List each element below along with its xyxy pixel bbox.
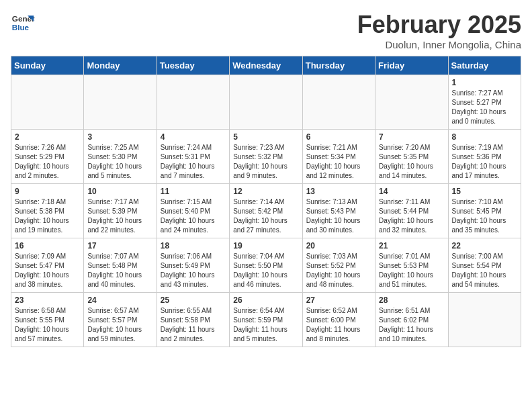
day-number: 15	[452, 187, 517, 196]
day-info: Sunrise: 7:03 AM Sunset: 5:52 PM Dayligh…	[306, 252, 371, 289]
day-info: Sunrise: 7:06 AM Sunset: 5:49 PM Dayligh…	[161, 252, 226, 289]
day-number: 1	[452, 78, 517, 87]
calendar-day-cell: 16Sunrise: 7:09 AM Sunset: 5:47 PM Dayli…	[11, 238, 84, 293]
calendar-day-cell	[230, 75, 302, 130]
day-number: 26	[233, 295, 298, 305]
day-number: 18	[161, 241, 226, 250]
day-info: Sunrise: 7:20 AM Sunset: 5:35 PM Dayligh…	[379, 143, 444, 181]
calendar-day-cell: 9Sunrise: 7:18 AM Sunset: 5:38 PM Daylig…	[11, 184, 84, 238]
calendar-day-cell: 13Sunrise: 7:13 AM Sunset: 5:43 PM Dayli…	[302, 184, 375, 238]
calendar-day-cell	[157, 75, 229, 130]
calendar-day-cell: 12Sunrise: 7:14 AM Sunset: 5:42 PM Dayli…	[230, 184, 302, 238]
day-info: Sunrise: 7:15 AM Sunset: 5:40 PM Dayligh…	[161, 197, 226, 235]
day-number: 17	[87, 241, 152, 250]
day-info: Sunrise: 6:54 AM Sunset: 5:59 PM Dayligh…	[233, 306, 298, 344]
calendar-week-row: 9Sunrise: 7:18 AM Sunset: 5:38 PM Daylig…	[11, 184, 521, 238]
calendar-day-cell: 2Sunrise: 7:26 AM Sunset: 5:29 PM Daylig…	[11, 130, 84, 184]
day-info: Sunrise: 7:26 AM Sunset: 5:29 PM Dayligh…	[15, 143, 80, 181]
calendar-day-cell: 17Sunrise: 7:07 AM Sunset: 5:48 PM Dayli…	[84, 238, 157, 293]
day-info: Sunrise: 7:07 AM Sunset: 5:48 PM Dayligh…	[87, 252, 152, 289]
day-info: Sunrise: 6:51 AM Sunset: 6:02 PM Dayligh…	[379, 306, 444, 344]
day-number: 19	[233, 241, 298, 250]
calendar-day-cell: 23Sunrise: 6:58 AM Sunset: 5:55 PM Dayli…	[11, 293, 84, 347]
page-header: General Blue February 2025 Duolun, Inner…	[11, 11, 521, 50]
calendar-week-row: 23Sunrise: 6:58 AM Sunset: 5:55 PM Dayli…	[11, 293, 521, 347]
calendar-day-cell: 26Sunrise: 6:54 AM Sunset: 5:59 PM Dayli…	[230, 293, 302, 347]
day-number: 14	[379, 187, 444, 196]
day-info: Sunrise: 6:57 AM Sunset: 5:57 PM Dayligh…	[87, 306, 152, 344]
day-number: 8	[452, 132, 517, 142]
calendar-day-cell: 25Sunrise: 6:55 AM Sunset: 5:58 PM Dayli…	[157, 293, 229, 347]
weekday-header: Friday	[375, 56, 448, 75]
day-info: Sunrise: 7:14 AM Sunset: 5:42 PM Dayligh…	[233, 197, 298, 235]
calendar-day-cell	[448, 293, 521, 347]
weekday-header: Thursday	[302, 56, 375, 75]
calendar-day-cell	[302, 75, 375, 130]
calendar-day-cell: 27Sunrise: 6:52 AM Sunset: 6:00 PM Dayli…	[302, 293, 375, 347]
day-info: Sunrise: 7:24 AM Sunset: 5:31 PM Dayligh…	[161, 143, 226, 181]
day-info: Sunrise: 7:17 AM Sunset: 5:39 PM Dayligh…	[87, 197, 152, 235]
day-number: 3	[87, 132, 152, 142]
calendar-day-cell	[375, 75, 448, 130]
day-number: 25	[161, 295, 226, 305]
day-number: 2	[15, 132, 80, 142]
day-number: 13	[306, 187, 371, 196]
weekday-header: Tuesday	[157, 56, 229, 75]
day-number: 24	[87, 295, 152, 305]
calendar-day-cell: 5Sunrise: 7:23 AM Sunset: 5:32 PM Daylig…	[230, 130, 302, 184]
calendar-day-cell: 28Sunrise: 6:51 AM Sunset: 6:02 PM Dayli…	[375, 293, 448, 347]
day-number: 7	[379, 132, 444, 142]
month-title: February 2025	[357, 11, 521, 39]
day-info: Sunrise: 6:55 AM Sunset: 5:58 PM Dayligh…	[161, 306, 226, 344]
day-info: Sunrise: 7:13 AM Sunset: 5:43 PM Dayligh…	[306, 197, 371, 235]
day-number: 21	[379, 241, 444, 250]
calendar-day-cell	[11, 75, 84, 130]
day-info: Sunrise: 7:11 AM Sunset: 5:44 PM Dayligh…	[379, 197, 444, 235]
day-number: 12	[233, 187, 298, 196]
day-number: 5	[233, 132, 298, 142]
calendar-week-row: 2Sunrise: 7:26 AM Sunset: 5:29 PM Daylig…	[11, 130, 521, 184]
day-info: Sunrise: 7:21 AM Sunset: 5:34 PM Dayligh…	[306, 143, 371, 181]
day-number: 28	[379, 295, 444, 305]
calendar-day-cell: 6Sunrise: 7:21 AM Sunset: 5:34 PM Daylig…	[302, 130, 375, 184]
day-number: 22	[452, 241, 517, 250]
day-info: Sunrise: 6:58 AM Sunset: 5:55 PM Dayligh…	[15, 306, 80, 344]
day-number: 20	[306, 241, 371, 250]
day-number: 11	[161, 187, 226, 196]
day-info: Sunrise: 7:00 AM Sunset: 5:54 PM Dayligh…	[452, 252, 517, 289]
calendar-day-cell: 19Sunrise: 7:04 AM Sunset: 5:50 PM Dayli…	[230, 238, 302, 293]
calendar-day-cell: 7Sunrise: 7:20 AM Sunset: 5:35 PM Daylig…	[375, 130, 448, 184]
day-info: Sunrise: 7:18 AM Sunset: 5:38 PM Dayligh…	[15, 197, 80, 235]
day-info: Sunrise: 7:19 AM Sunset: 5:36 PM Dayligh…	[452, 143, 517, 181]
day-info: Sunrise: 7:10 AM Sunset: 5:45 PM Dayligh…	[452, 197, 517, 235]
day-info: Sunrise: 7:23 AM Sunset: 5:32 PM Dayligh…	[233, 143, 298, 181]
day-info: Sunrise: 7:04 AM Sunset: 5:50 PM Dayligh…	[233, 252, 298, 289]
calendar-day-cell: 8Sunrise: 7:19 AM Sunset: 5:36 PM Daylig…	[448, 130, 521, 184]
day-info: Sunrise: 7:25 AM Sunset: 5:30 PM Dayligh…	[87, 143, 152, 181]
calendar-week-row: 1Sunrise: 7:27 AM Sunset: 5:27 PM Daylig…	[11, 75, 521, 130]
day-number: 16	[15, 241, 80, 250]
calendar-day-cell: 20Sunrise: 7:03 AM Sunset: 5:52 PM Dayli…	[302, 238, 375, 293]
calendar-day-cell: 3Sunrise: 7:25 AM Sunset: 5:30 PM Daylig…	[84, 130, 157, 184]
logo: General Blue	[11, 11, 38, 35]
calendar-day-cell: 4Sunrise: 7:24 AM Sunset: 5:31 PM Daylig…	[157, 130, 229, 184]
calendar-day-cell: 1Sunrise: 7:27 AM Sunset: 5:27 PM Daylig…	[448, 75, 521, 130]
weekday-header: Sunday	[11, 56, 84, 75]
calendar-week-row: 16Sunrise: 7:09 AM Sunset: 5:47 PM Dayli…	[11, 238, 521, 293]
calendar-day-cell: 22Sunrise: 7:00 AM Sunset: 5:54 PM Dayli…	[448, 238, 521, 293]
day-info: Sunrise: 7:01 AM Sunset: 5:53 PM Dayligh…	[379, 252, 444, 289]
location: Duolun, Inner Mongolia, China	[357, 39, 521, 50]
calendar-day-cell	[84, 75, 157, 130]
day-info: Sunrise: 7:09 AM Sunset: 5:47 PM Dayligh…	[15, 252, 80, 289]
day-number: 27	[306, 295, 371, 305]
weekday-header: Monday	[84, 56, 157, 75]
calendar-table: SundayMondayTuesdayWednesdayThursdayFrid…	[11, 56, 521, 347]
calendar-day-cell: 14Sunrise: 7:11 AM Sunset: 5:44 PM Dayli…	[375, 184, 448, 238]
weekday-header: Saturday	[448, 56, 521, 75]
day-info: Sunrise: 7:27 AM Sunset: 5:27 PM Dayligh…	[452, 89, 517, 126]
calendar-day-cell: 24Sunrise: 6:57 AM Sunset: 5:57 PM Dayli…	[84, 293, 157, 347]
title-block: February 2025 Duolun, Inner Mongolia, Ch…	[357, 11, 521, 50]
day-number: 23	[15, 295, 80, 305]
day-number: 10	[87, 187, 152, 196]
calendar-day-cell: 18Sunrise: 7:06 AM Sunset: 5:49 PM Dayli…	[157, 238, 229, 293]
